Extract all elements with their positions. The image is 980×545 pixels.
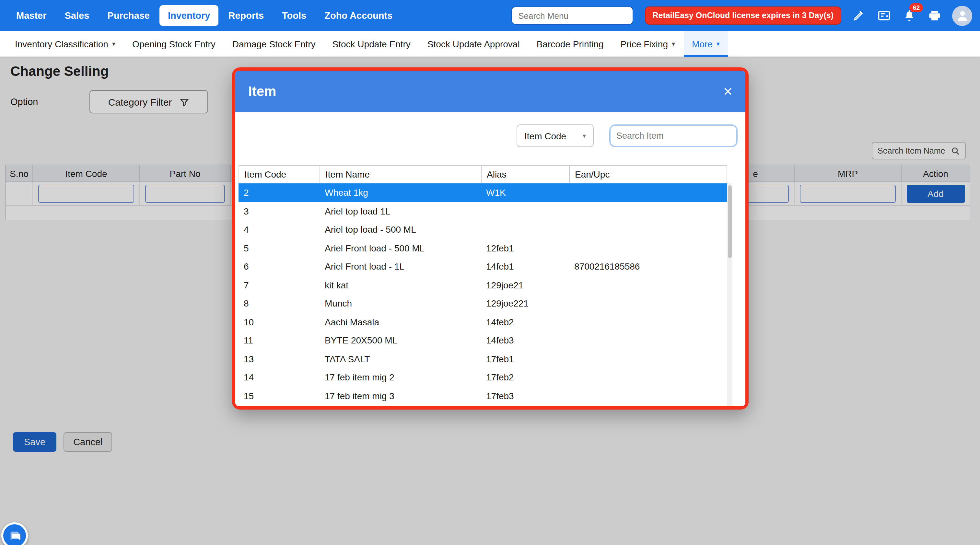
scrollbar-thumb[interactable]	[728, 185, 732, 258]
subnav-inventory-classification[interactable]: Inventory Classification ▾	[6, 31, 124, 57]
item-alias-cell	[481, 202, 569, 220]
item-alias-cell: 17feb2	[481, 368, 569, 386]
chevron-down-icon: ▾	[672, 40, 675, 47]
subnav-stock-update-entry[interactable]: Stock Update Entry	[324, 31, 419, 57]
chat-bubble-icon	[8, 529, 21, 542]
tools-icon[interactable]	[851, 8, 867, 23]
item-ean-cell	[569, 313, 727, 331]
apps-icon[interactable]	[876, 8, 892, 23]
item-code-cell: 14	[239, 368, 320, 386]
item-row[interactable]: 15 17 feb item mig 3 17feb3	[239, 386, 727, 405]
item-code-cell: 7	[239, 276, 320, 294]
notification-count-badge: 62	[910, 3, 923, 12]
item-code-cell: 5	[239, 239, 320, 257]
chevron-down-icon: ▾	[583, 132, 586, 139]
item-row[interactable]: 3 Ariel top load 1L	[239, 202, 727, 220]
subnav-label: More	[692, 38, 713, 49]
avatar[interactable]	[952, 5, 972, 25]
item-code-cell: 16	[239, 405, 320, 406]
subnav-damage-stock-entry[interactable]: Damage Stock Entry	[224, 31, 324, 57]
search-menu-input[interactable]	[511, 6, 633, 25]
menu-inventory[interactable]: Inventory	[159, 5, 219, 26]
item-list-table: Item Code Item Name Alias Ean/Upc 2 Whea…	[239, 165, 732, 406]
item-alias-cell: 14feb2	[481, 313, 569, 331]
app-window: Master Sales Purchase Inventory Reports …	[0, 0, 980, 545]
menu-zoho-accounts[interactable]: Zoho Accounts	[316, 5, 401, 26]
item-code-cell: 2	[239, 183, 320, 202]
item-name-cell: 17 feb item mig 2	[320, 368, 481, 386]
subnav-label: Barcode Printing	[537, 38, 604, 49]
item-alias-cell: 129joe221	[481, 294, 569, 313]
item-alias-cell: 14feb3	[481, 331, 569, 350]
modal-title: Item	[248, 84, 276, 99]
close-icon[interactable]: ×	[723, 84, 732, 99]
item-row[interactable]: 6 Ariel Front load - 1L 14feb1 870021618…	[239, 257, 727, 276]
item-code-cell: 13	[239, 350, 320, 368]
menu-reports[interactable]: Reports	[220, 5, 272, 26]
item-table-header-row: Item Code Item Name Alias Ean/Upc	[239, 165, 727, 183]
item-ean-cell	[569, 405, 727, 406]
item-name-cell: Ariel Front load - 1L	[320, 257, 481, 276]
subnav-label: Inventory Classification	[15, 38, 108, 49]
item-row[interactable]: 14 17 feb item mig 2 17feb2	[239, 368, 727, 386]
item-code-cell: 8	[239, 294, 320, 313]
item-row[interactable]: 16 17 feb item mig 4 17feb4	[239, 405, 727, 406]
item-code-cell: 15	[239, 386, 320, 405]
item-modal: Item × Item Code ▾ Item Code	[235, 71, 745, 406]
item-row[interactable]: 11 BYTE 20X500 ML 14feb3	[239, 331, 727, 350]
subnav-label: Damage Stock Entry	[232, 38, 316, 49]
chevron-down-icon: ▾	[716, 40, 720, 47]
subnav-stock-update-approval[interactable]: Stock Update Approval	[419, 31, 528, 57]
license-warning-badge[interactable]: RetailEasy OnCloud license expires in 3 …	[644, 6, 841, 25]
item-ean-cell	[569, 220, 727, 239]
item-code-cell: 3	[239, 202, 320, 220]
subnav-label: Stock Update Entry	[332, 38, 410, 49]
item-row[interactable]: 10 Aachi Masala 14feb2	[239, 313, 727, 331]
item-code-cell: 10	[239, 313, 320, 331]
item-modal-header: Item ×	[235, 71, 745, 112]
chevron-down-icon: ▾	[112, 40, 115, 47]
item-alias-cell: W1K	[481, 183, 569, 202]
scrollbar-track[interactable]	[727, 183, 732, 406]
subnav-label: Price Fixing	[620, 38, 668, 49]
item-ean-cell: 8700216185586	[569, 257, 727, 276]
item-name-cell: TATA SALT	[320, 350, 481, 368]
item-search-input[interactable]	[616, 131, 731, 141]
menu-tools[interactable]: Tools	[274, 5, 315, 26]
item-col-header-ean: Ean/Upc	[570, 166, 727, 183]
top-navbar: Master Sales Purchase Inventory Reports …	[0, 0, 980, 31]
item-alias-cell: 17feb3	[481, 386, 569, 405]
item-row[interactable]: 7 kit kat 129joe21	[239, 276, 727, 294]
subnav-barcode-printing[interactable]: Barcode Printing	[528, 31, 612, 57]
item-col-header-code: Item Code	[239, 166, 320, 183]
item-ean-cell	[569, 239, 727, 257]
item-row[interactable]: 2 Wheat 1kg W1K	[239, 183, 727, 202]
notifications-bell-icon[interactable]: 62	[902, 8, 917, 23]
item-row[interactable]: 5 Ariel Front load - 500 ML 12feb1	[239, 239, 727, 257]
item-row[interactable]: 13 TATA SALT 17feb1	[239, 350, 727, 368]
item-modal-body: Item Code ▾ Item Code Item Name Alias Ea…	[235, 112, 745, 406]
item-code-cell: 4	[239, 220, 320, 239]
item-ean-cell	[569, 294, 727, 313]
item-alias-cell: 12feb1	[481, 239, 569, 257]
item-row[interactable]: 4 Ariel top load - 500 ML	[239, 220, 727, 239]
subnav-opening-stock-entry[interactable]: Opening Stock Entry	[124, 31, 224, 57]
item-alias-cell: 129joe21	[481, 276, 569, 294]
item-row[interactable]: 8 Munch 129joe221	[239, 294, 727, 313]
item-search-box	[609, 124, 738, 147]
menu-sales[interactable]: Sales	[56, 5, 98, 26]
item-ean-cell	[569, 386, 727, 405]
item-name-cell: 17 feb item mig 3	[320, 386, 481, 405]
item-name-cell: BYTE 20X500 ML	[320, 331, 481, 350]
inventory-subnav: Inventory Classification ▾ Opening Stock…	[0, 31, 980, 57]
item-alias-cell	[481, 220, 569, 239]
menu-purchase[interactable]: Purchase	[99, 5, 158, 26]
subnav-more[interactable]: More ▾	[684, 31, 728, 57]
item-name-cell: Ariel Front load - 500 ML	[320, 239, 481, 257]
subnav-price-fixing[interactable]: Price Fixing ▾	[612, 31, 684, 57]
print-icon[interactable]	[927, 8, 942, 23]
item-name-cell: Ariel top load - 500 ML	[320, 220, 481, 239]
search-by-dropdown[interactable]: Item Code ▾	[517, 124, 594, 147]
menu-master[interactable]: Master	[8, 5, 55, 26]
item-ean-cell	[569, 183, 727, 202]
